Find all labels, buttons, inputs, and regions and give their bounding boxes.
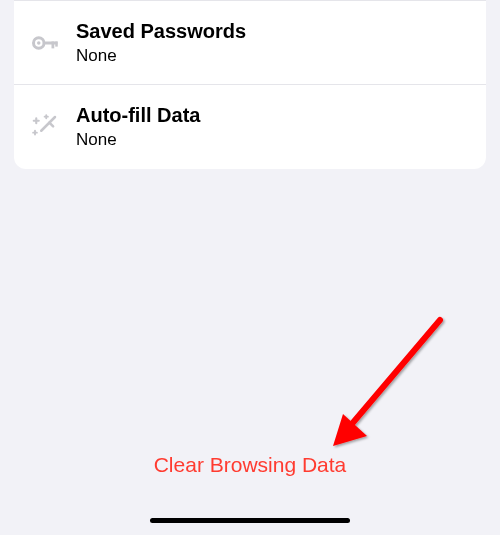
svg-line-5 xyxy=(41,117,55,131)
row-autofill-data[interactable]: Auto-fill Data None xyxy=(14,84,486,168)
row-subtitle: None xyxy=(76,129,200,150)
settings-data-card: Saved Passwords None Auto-fill Data None xyxy=(14,0,486,169)
clear-browsing-data-button[interactable]: Clear Browsing Data xyxy=(0,453,500,477)
wand-icon xyxy=(30,112,76,142)
row-title: Saved Passwords xyxy=(76,19,246,44)
svg-line-6 xyxy=(49,123,53,127)
svg-point-1 xyxy=(37,41,41,45)
svg-rect-3 xyxy=(52,41,55,48)
svg-rect-4 xyxy=(55,41,58,46)
svg-line-7 xyxy=(345,320,440,432)
svg-marker-8 xyxy=(333,414,367,446)
row-title: Auto-fill Data xyxy=(76,103,200,128)
row-saved-passwords[interactable]: Saved Passwords None xyxy=(14,0,486,84)
row-text-block: Saved Passwords None xyxy=(76,19,246,66)
home-indicator[interactable] xyxy=(150,518,350,523)
row-subtitle: None xyxy=(76,45,246,66)
row-text-block: Auto-fill Data None xyxy=(76,103,200,150)
key-icon xyxy=(30,28,76,58)
